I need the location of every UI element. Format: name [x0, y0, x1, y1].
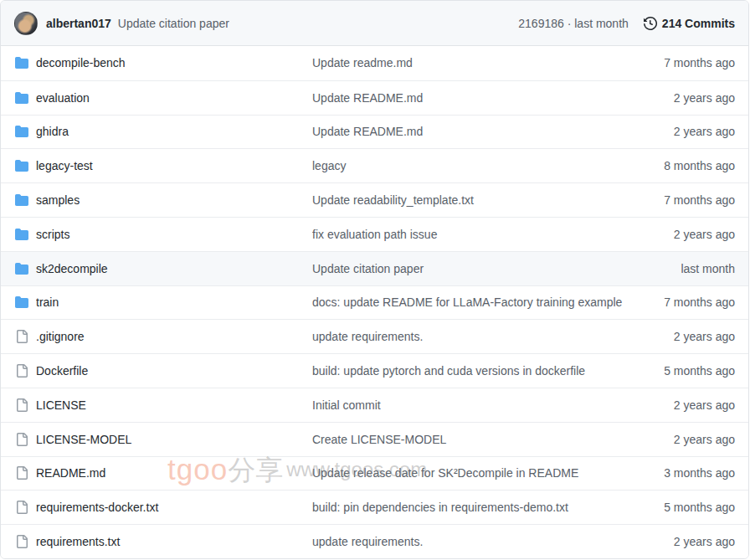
commit-message-cell: Update readme.md [312, 56, 633, 69]
file-icon [14, 501, 29, 514]
folder-icon [14, 262, 29, 275]
row-commit-message-link[interactable]: Update citation paper [312, 262, 424, 275]
commit-message-cell: Update readability_template.txt [312, 193, 633, 207]
folder-icon [14, 228, 29, 241]
file-name-cell: LICENSE [36, 398, 312, 412]
commit-message-cell: docs: update README for LLaMA-Factory tr… [312, 295, 633, 309]
file-name-cell: .gitignore [36, 330, 312, 343]
commit-message-cell: fix evaluation path issue [312, 228, 633, 241]
commit-age: 7 months ago [643, 56, 735, 69]
file-name-link[interactable]: README.md [36, 466, 105, 480]
file-name-link[interactable]: evaluation [36, 91, 90, 105]
file-icon [14, 433, 29, 446]
file-row: .gitignoreupdate requirements.2 years ag… [1, 319, 748, 353]
commit-message-cell: legacy [312, 159, 633, 172]
file-row: LICENSEInitial commit2 years ago [1, 388, 748, 422]
file-row: LICENSE-MODELCreate LICENSE-MODEL2 years… [1, 422, 748, 456]
commits-history-link[interactable]: 214 Commits [644, 17, 735, 30]
file-name-cell: legacy-test [36, 159, 312, 172]
commit-message-cell: build: pin dependencies in requirements-… [312, 501, 633, 514]
row-commit-message-link[interactable]: Create LICENSE-MODEL [312, 433, 446, 446]
file-name-link[interactable]: requirements.txt [36, 535, 120, 548]
commit-message-cell: update requirements. [312, 535, 633, 548]
commit-sha-link[interactable]: 2169186 · last month [518, 17, 629, 30]
commit-message-cell: Update release date for SK²Decompile in … [312, 466, 633, 480]
commit-age: 8 months ago [643, 159, 735, 172]
file-row: legacy-testlegacy8 months ago [1, 148, 748, 182]
file-icon [14, 364, 29, 378]
commit-age: 2 years ago [643, 91, 735, 105]
row-commit-message-link[interactable]: Update readme.md [312, 56, 413, 69]
file-name-link[interactable]: samples [36, 193, 80, 207]
row-commit-message-link[interactable]: docs: update README for LLaMA-Factory tr… [312, 295, 622, 309]
row-commit-message-link[interactable]: Update readability_template.txt [312, 193, 474, 207]
file-name-link[interactable]: scripts [36, 228, 69, 241]
file-row: README.mdUpdate release date for SK²Deco… [1, 456, 748, 491]
commit-message-cell: Initial commit [312, 398, 633, 412]
commit-time: last month [574, 17, 629, 30]
commit-age: 7 months ago [643, 295, 735, 309]
file-name-cell: requirements-docker.txt [36, 501, 312, 514]
row-commit-message-link[interactable]: legacy [312, 159, 346, 172]
row-commit-message-link[interactable]: update requirements. [312, 535, 423, 548]
commit-message-cell: Update citation paper [312, 262, 633, 275]
commit-age: 7 months ago [643, 193, 735, 207]
row-commit-message-link[interactable]: build: update pytorch and cuda versions … [312, 364, 585, 378]
file-name-cell: samples [36, 193, 312, 207]
file-name-link[interactable]: legacy-test [36, 159, 93, 172]
history-icon [644, 17, 662, 30]
file-name-cell: Dockerfile [36, 364, 312, 378]
commits-count-label: 214 Commits [662, 17, 735, 30]
file-name-link[interactable]: sk2decompile [36, 262, 108, 275]
file-name-cell: ghidra [36, 125, 312, 138]
file-row: ghidraUpdate README.md2 years ago [1, 115, 748, 149]
file-name-cell: README.md [36, 466, 312, 480]
file-name-link[interactable]: requirements-docker.txt [36, 501, 158, 514]
latest-commit-header: albertan017 Update citation paper 216918… [1, 1, 748, 46]
row-commit-message-link[interactable]: Update README.md [312, 91, 423, 105]
commit-age: 5 months ago [643, 364, 735, 378]
row-commit-message-link[interactable]: build: pin dependencies in requirements-… [312, 501, 568, 514]
row-commit-message-link[interactable]: fix evaluation path issue [312, 228, 437, 241]
commit-message-cell: build: update pytorch and cuda versions … [312, 364, 633, 378]
file-row: Dockerfilebuild: update pytorch and cuda… [1, 353, 748, 388]
file-icon [14, 535, 29, 548]
commit-age: 5 months ago [643, 501, 735, 514]
row-commit-message-link[interactable]: update requirements. [312, 330, 423, 343]
file-name-link[interactable]: LICENSE-MODEL [36, 433, 131, 446]
row-commit-message-link[interactable]: Update release date for SK²Decompile in … [312, 466, 578, 480]
avatar[interactable] [14, 12, 38, 35]
file-name-link[interactable]: train [36, 295, 59, 309]
folder-icon [14, 91, 29, 105]
file-name-cell: sk2decompile [36, 262, 312, 275]
file-row: traindocs: update README for LLaMA-Facto… [1, 285, 748, 320]
file-icon [14, 330, 29, 343]
file-icon [14, 466, 29, 480]
file-name-link[interactable]: ghidra [36, 125, 69, 138]
commit-message-link[interactable]: Update citation paper [118, 17, 229, 30]
file-row: requirements-docker.txtbuild: pin depend… [1, 490, 748, 524]
file-name-link[interactable]: .gitignore [36, 330, 85, 343]
commit-sha: 2169186 [518, 17, 564, 30]
file-name-cell: requirements.txt [36, 535, 312, 548]
file-icon [14, 398, 29, 412]
commit-age: 2 years ago [643, 535, 735, 548]
file-row: decompile-benchUpdate readme.md7 months … [1, 46, 748, 80]
row-commit-message-link[interactable]: Initial commit [312, 398, 381, 412]
file-row: scriptsfix evaluation path issue2 years … [1, 217, 748, 251]
commit-header-right: 2169186 · last month 214 Commits [518, 17, 735, 30]
commit-age: 2 years ago [643, 398, 735, 412]
file-row: samplesUpdate readability_template.txt7 … [1, 182, 748, 217]
commit-age: 2 years ago [643, 228, 735, 241]
commit-age: 2 years ago [643, 330, 735, 343]
commit-age: 2 years ago [643, 125, 735, 138]
commit-message-cell: Create LICENSE-MODEL [312, 433, 633, 446]
folder-icon [14, 295, 29, 309]
file-name-link[interactable]: LICENSE [36, 398, 86, 412]
file-name-link[interactable]: Dockerfile [36, 364, 88, 378]
file-name-cell: train [36, 295, 312, 309]
file-name-link[interactable]: decompile-bench [36, 56, 126, 69]
row-commit-message-link[interactable]: Update README.md [312, 125, 423, 138]
meta-separator: · [568, 17, 572, 30]
commit-author-link[interactable]: albertan017 [46, 17, 111, 30]
